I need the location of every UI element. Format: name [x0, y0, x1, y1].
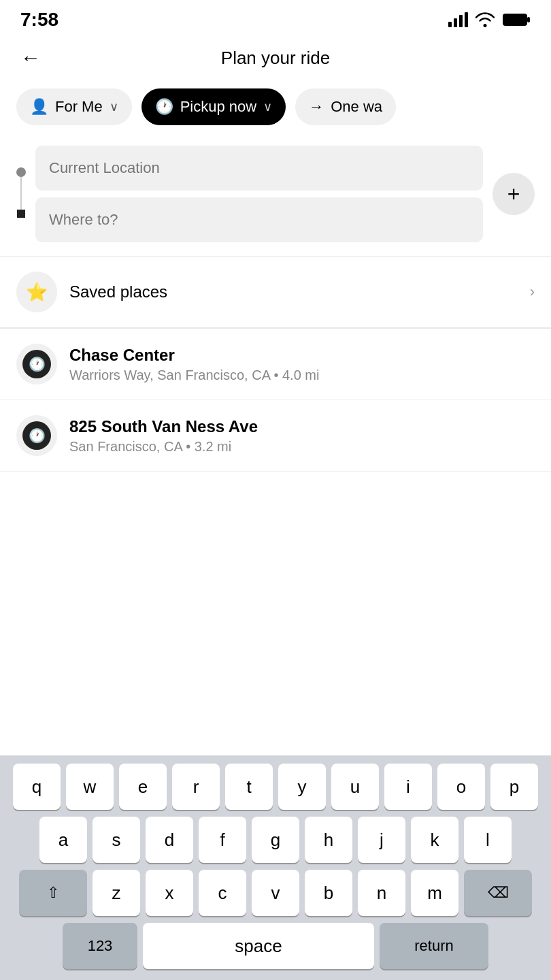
key-f[interactable]: f	[199, 817, 246, 863]
keyboard-row-3: ⇧ z x c v b n m ⌫	[4, 870, 547, 916]
key-g[interactable]: g	[252, 817, 299, 863]
origin-input[interactable]	[35, 146, 483, 191]
key-v[interactable]: v	[252, 870, 299, 916]
space-key[interactable]: space	[143, 923, 374, 969]
svg-rect-1	[527, 17, 530, 22]
recent-detail-0: Warriors Way, San Francisco, CA • 4.0 mi	[69, 368, 535, 383]
status-icons	[448, 12, 531, 27]
recent-icon-1: 🕐	[16, 415, 57, 456]
recent-name-1: 825 South Van Ness Ave	[69, 417, 535, 436]
add-stop-button[interactable]: +	[492, 173, 535, 215]
delete-key[interactable]: ⌫	[464, 870, 532, 916]
page-title: Plan your ride	[221, 48, 330, 69]
key-p[interactable]: p	[490, 764, 538, 810]
route-line	[20, 177, 22, 210]
pill-one-way-label: One wa	[331, 98, 382, 116]
header: ← Plan your ride	[0, 37, 551, 82]
pill-for-me-label: For Me	[55, 98, 103, 116]
pill-one-way[interactable]: → One wa	[295, 88, 396, 125]
recent-info-1: 825 South Van Ness Ave San Francisco, CA…	[69, 417, 535, 455]
recent-icon-0: 🕐	[16, 344, 57, 385]
signal-icon	[448, 12, 468, 27]
recent-item-0[interactable]: 🕐 Chase Center Warriors Way, San Francis…	[0, 329, 551, 400]
wifi-icon	[475, 12, 495, 27]
back-button[interactable]: ←	[20, 48, 41, 68]
key-d[interactable]: d	[146, 817, 193, 863]
status-bar: 7:58	[0, 0, 551, 37]
key-q[interactable]: q	[13, 764, 61, 810]
saved-places-row[interactable]: ⭐ Saved places ›	[0, 257, 551, 328]
key-h[interactable]: h	[305, 817, 352, 863]
star-icon: ⭐	[16, 272, 57, 312]
recent-name-0: Chase Center	[69, 346, 535, 365]
saved-places-label: Saved places	[69, 282, 530, 301]
key-a[interactable]: a	[39, 817, 87, 863]
person-icon: 👤	[30, 98, 48, 116]
key-w[interactable]: w	[66, 764, 114, 810]
history-icon-0: 🕐	[22, 350, 51, 378]
filter-pills: 👤 For Me ∨ 🕐 Pickup now ∨ → One wa	[0, 82, 551, 139]
destination-dot	[17, 210, 25, 218]
key-r[interactable]: r	[172, 764, 220, 810]
clock-icon: 🕐	[155, 98, 173, 116]
key-z[interactable]: z	[93, 870, 140, 916]
battery-icon	[502, 12, 531, 27]
svg-rect-0	[503, 14, 527, 26]
key-t[interactable]: t	[225, 764, 273, 810]
recent-info-0: Chase Center Warriors Way, San Francisco…	[69, 346, 535, 383]
shift-key[interactable]: ⇧	[19, 870, 87, 916]
return-key[interactable]: return	[380, 923, 488, 969]
key-m[interactable]: m	[411, 870, 458, 916]
origin-dot	[16, 167, 26, 177]
keyboard-row-1: q w e r t y u i o p	[4, 764, 547, 810]
key-k[interactable]: k	[411, 817, 458, 863]
chevron-right-icon: ›	[530, 283, 535, 301]
key-j[interactable]: j	[358, 817, 405, 863]
key-x[interactable]: x	[146, 870, 193, 916]
chevron-down-icon-2: ∨	[263, 99, 272, 114]
keyboard: q w e r t y u i o p a s d f g h j k l ⇧ …	[0, 755, 551, 980]
chevron-down-icon: ∨	[110, 99, 118, 114]
recent-item-1[interactable]: 🕐 825 South Van Ness Ave San Francisco, …	[0, 400, 551, 472]
location-inputs	[35, 146, 483, 242]
key-y[interactable]: y	[278, 764, 326, 810]
recent-detail-1: San Francisco, CA • 3.2 mi	[69, 439, 535, 455]
key-c[interactable]: c	[199, 870, 246, 916]
pill-pickup-now-label: Pickup now	[180, 98, 257, 116]
destination-input[interactable]	[35, 197, 483, 242]
pill-pickup-now[interactable]: 🕐 Pickup now ∨	[141, 88, 286, 125]
key-o[interactable]: o	[437, 764, 485, 810]
key-i[interactable]: i	[384, 764, 432, 810]
status-time: 7:58	[20, 9, 59, 31]
keyboard-row-4: 123 space return	[4, 923, 547, 969]
pill-for-me[interactable]: 👤 For Me ∨	[16, 88, 132, 125]
numbers-key[interactable]: 123	[63, 923, 137, 969]
keyboard-row-2: a s d f g h j k l	[4, 817, 547, 863]
key-n[interactable]: n	[358, 870, 405, 916]
key-e[interactable]: e	[119, 764, 167, 810]
location-section: +	[0, 139, 551, 256]
route-dots	[16, 167, 26, 220]
key-u[interactable]: u	[331, 764, 379, 810]
key-s[interactable]: s	[93, 817, 140, 863]
key-l[interactable]: l	[464, 817, 512, 863]
arrow-right-icon: →	[309, 98, 324, 116]
key-b[interactable]: b	[305, 870, 352, 916]
history-icon-1: 🕐	[22, 421, 51, 450]
